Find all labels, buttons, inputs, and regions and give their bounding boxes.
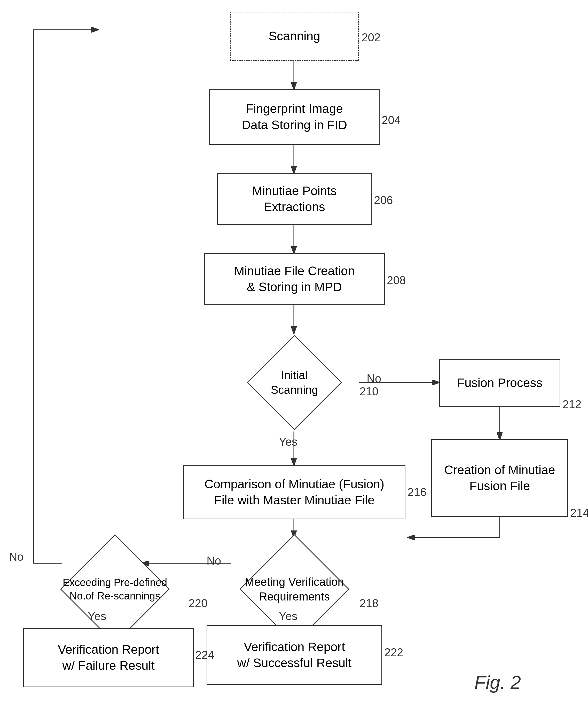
minutiae-extract-box: Minutiae Points Extractions bbox=[217, 173, 372, 225]
fusion-process-ref: 212 bbox=[563, 398, 581, 411]
no-meeting-label: No bbox=[207, 554, 221, 567]
minutiae-file-box: Minutiae File Creation & Storing in MPD bbox=[204, 253, 385, 305]
exceeding-text: Exceeding Pre-definedNo.of Re-scannings bbox=[63, 576, 167, 603]
verif-success-box: Verification Report w/ Successful Result bbox=[207, 625, 382, 685]
initial-scanning-diamond-container: InitialScanning bbox=[232, 333, 356, 431]
creation-fusion-box: Creation of Minutiae Fusion File bbox=[431, 439, 568, 517]
scanning-ref: 202 bbox=[361, 31, 380, 44]
no-initial-label: No bbox=[367, 372, 381, 385]
verif-failure-label: Verification Report w/ Failure Result bbox=[58, 642, 159, 674]
minutiae-extract-ref: 206 bbox=[374, 194, 393, 207]
scanning-label: Scanning bbox=[269, 28, 320, 44]
yes-exceeding-label: Yes bbox=[88, 610, 106, 623]
flowchart-diagram: Scanning 202 Fingerprint Image Data Stor… bbox=[0, 0, 588, 724]
comparison-box: Comparison of Minutiae (Fusion) File wit… bbox=[183, 465, 405, 519]
exceeding-ref: 220 bbox=[189, 597, 207, 610]
scanning-box: Scanning bbox=[230, 12, 359, 61]
yes-initial-label: Yes bbox=[279, 435, 297, 448]
creation-fusion-ref: 214 bbox=[570, 506, 588, 519]
initial-scanning-text: InitialScanning bbox=[271, 368, 318, 397]
fingerprint-box: Fingerprint Image Data Storing in FID bbox=[209, 89, 380, 145]
yes-meeting-label: Yes bbox=[279, 610, 297, 623]
no-exceeding-label: No bbox=[9, 550, 23, 563]
verif-failure-box: Verification Report w/ Failure Result bbox=[23, 628, 194, 687]
verif-success-ref: 222 bbox=[384, 646, 403, 659]
fusion-process-box: Fusion Process bbox=[439, 359, 560, 407]
minutiae-file-ref: 208 bbox=[387, 274, 406, 287]
comparison-label: Comparison of Minutiae (Fusion) File wit… bbox=[205, 476, 384, 508]
meeting-verif-ref: 218 bbox=[359, 597, 378, 610]
comparison-ref: 216 bbox=[407, 486, 426, 499]
fig-label: Fig. 2 bbox=[475, 672, 521, 693]
meeting-verif-text: Meeting VerificationRequirements bbox=[245, 575, 344, 604]
verif-failure-ref: 224 bbox=[195, 648, 214, 662]
minutiae-extract-label: Minutiae Points Extractions bbox=[252, 183, 337, 215]
minutiae-file-label: Minutiae File Creation & Storing in MPD bbox=[234, 263, 355, 295]
fingerprint-ref: 204 bbox=[382, 114, 400, 127]
initial-scanning-ref: 210 bbox=[359, 385, 378, 398]
verif-success-label: Verification Report w/ Successful Result bbox=[237, 639, 352, 671]
creation-fusion-label: Creation of Minutiae Fusion File bbox=[444, 462, 555, 494]
fingerprint-label: Fingerprint Image Data Storing in FID bbox=[242, 101, 347, 133]
fusion-process-label: Fusion Process bbox=[457, 375, 543, 391]
